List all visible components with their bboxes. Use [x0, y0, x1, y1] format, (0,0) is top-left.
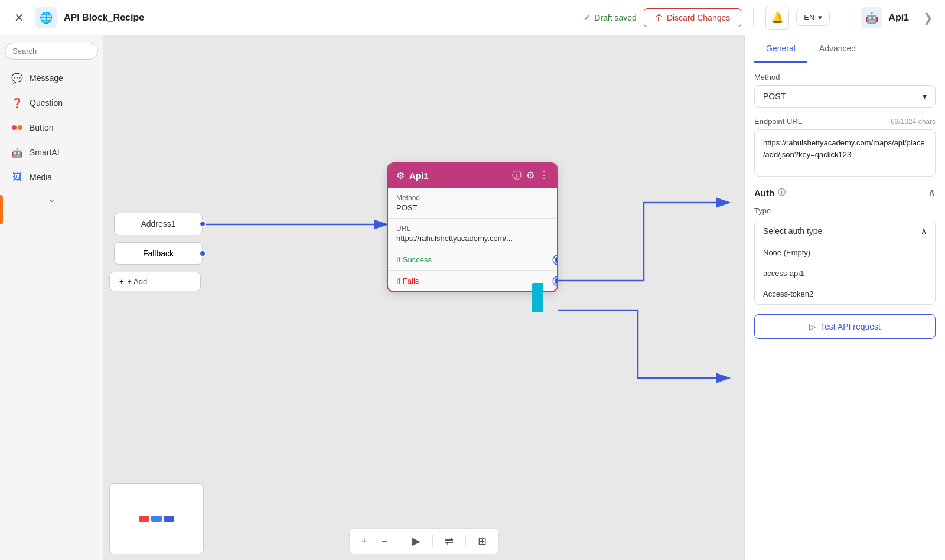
canvas-area[interactable]: Address1 Fallback + + Add ⚙ Api1 ⓘ ⚙ ⋮: [103, 35, 744, 560]
api-node-icon: ⚙: [396, 170, 405, 181]
api-node[interactable]: ⚙ Api1 ⓘ ⚙ ⋮ Method POST URL https://rah…: [387, 162, 558, 292]
language-button[interactable]: EN ▾: [796, 9, 830, 26]
bell-icon: 🔔: [771, 11, 784, 24]
method-select-value: POST: [763, 92, 786, 101]
endpoint-field: Endpoint URL 69/1024 chars https://rahul…: [754, 117, 936, 177]
media-icon: 🖼: [11, 171, 24, 184]
auth-title: Auth ⓘ: [754, 187, 786, 198]
alert-button[interactable]: 🔔: [765, 6, 789, 30]
method-field: Method POST ▾: [754, 73, 936, 108]
test-api-button[interactable]: ▷ Test API request: [754, 314, 936, 339]
auth-section: Auth ⓘ ∧ Type Select auth type ∧: [754, 186, 936, 305]
method-field-label: Method: [754, 73, 936, 82]
map-button[interactable]: ⊞: [475, 532, 489, 550]
auth-option-none[interactable]: None (Empty): [755, 242, 935, 263]
sidebar-item-media[interactable]: 🖼 Media: [5, 166, 98, 188]
checkmark-icon: ✓: [584, 13, 591, 22]
endpoint-chars: 69/1024 chars: [891, 118, 936, 126]
search-input[interactable]: [5, 43, 98, 60]
address1-node[interactable]: Address1: [114, 213, 203, 235]
address1-label: Address1: [141, 219, 175, 229]
minimap-nodes: [139, 516, 174, 522]
api-header-icon: 🤖: [861, 7, 882, 28]
header: ✕ 🌐 API Block_Recipe ✓ Draft saved 🗑 Dis…: [0, 0, 945, 35]
chevron-down-icon: ▾: [818, 13, 822, 22]
tab-general[interactable]: General: [754, 35, 807, 63]
next-arrow-button[interactable]: ❯: [921, 8, 936, 27]
connections-svg: [103, 35, 744, 560]
auth-type-placeholder: Select auth type: [763, 226, 822, 236]
test-api-label: Test API request: [820, 322, 881, 331]
chevron-down-icon: ⌄: [48, 193, 56, 204]
right-panel-tabs: General Advanced: [745, 35, 945, 63]
sidebar-item-smartai[interactable]: 🤖 SmartAI: [5, 141, 98, 164]
auth-type-header[interactable]: Select auth type ∧: [755, 220, 935, 242]
button-icon: [11, 121, 24, 134]
sidebar-item-question[interactable]: ❓ Question: [5, 92, 98, 114]
main-layout: 💬 Message ❓ Question Button 🤖 SmartAI 🖼 …: [0, 35, 945, 560]
sidebar-item-label: SmartAI: [30, 148, 60, 157]
right-panel: General Advanced Method POST ▾ Endpoin: [744, 35, 945, 560]
api-node-title: Api1: [409, 171, 507, 181]
auth-section-header[interactable]: Auth ⓘ ∧: [754, 186, 936, 199]
discard-changes-button[interactable]: 🗑 Discard Changes: [644, 8, 741, 27]
fails-connector: [553, 277, 558, 285]
smartai-icon: 🤖: [11, 146, 24, 159]
zoom-out-button[interactable]: −: [379, 533, 390, 550]
sidebar-item-button[interactable]: Button: [5, 116, 98, 139]
minimap-content: [110, 484, 203, 554]
play-icon: ▷: [809, 322, 816, 331]
auth-option-access-api1[interactable]: access-api1: [755, 263, 935, 284]
cyan-panel-toggle[interactable]: [532, 283, 543, 312]
sidebar-item-label: Message: [30, 73, 63, 83]
header-divider-2: [842, 8, 842, 27]
success-connector: [553, 256, 558, 264]
method-select[interactable]: POST ▾: [754, 85, 936, 108]
trash-icon: 🗑: [655, 13, 663, 22]
draft-saved-status: ✓ Draft saved: [584, 13, 637, 22]
sidebar: 💬 Message ❓ Question Button 🤖 SmartAI 🖼 …: [0, 35, 103, 560]
minimap-node-1: [139, 516, 149, 522]
endpoint-url-textarea[interactable]: https://rahulshettyacademy.com/maps/api/…: [754, 129, 936, 177]
chevron-up-icon: ∧: [928, 186, 936, 199]
method-label: Method: [396, 194, 549, 202]
auth-type-options: None (Empty) access-api1 Access-token2: [755, 242, 935, 304]
right-panel-body: Method POST ▾ Endpoint URL 69/1024 chars…: [745, 63, 945, 349]
url-label: URL: [396, 224, 549, 233]
info-icon[interactable]: ⓘ: [512, 170, 522, 182]
close-button[interactable]: ✕: [9, 8, 28, 27]
header-divider: [753, 8, 754, 27]
add-button[interactable]: + + Add: [109, 272, 201, 291]
endpoint-field-label: Endpoint URL 69/1024 chars: [754, 117, 936, 126]
minimap-node-3: [164, 516, 174, 522]
url-value: https://rahulshettyacademy.com/...: [396, 234, 549, 243]
plus-icon: +: [119, 277, 124, 286]
chevron-up-icon: ∧: [921, 226, 927, 236]
api-header-name: Api1: [888, 12, 909, 23]
zoom-in-button[interactable]: +: [359, 533, 370, 550]
play-button[interactable]: ▶: [410, 532, 423, 550]
auth-option-access-token2[interactable]: Access-token2: [755, 284, 935, 304]
sidebar-item-message[interactable]: 💬 Message: [5, 67, 98, 89]
auth-type-field: Type Select auth type ∧ None (Empty): [754, 206, 936, 305]
question-icon: ❓: [11, 96, 24, 109]
routes-button[interactable]: ⇌: [442, 532, 456, 550]
if-success-row: If Success: [388, 249, 557, 271]
if-success-label: If Success: [396, 255, 432, 264]
connector-right: [199, 250, 206, 257]
api-node-method-row: Method POST: [388, 188, 557, 219]
api-header-section: 🤖 Api1: [854, 7, 909, 28]
canvas-toolbar: + − ▶ ⇌ ⊞: [348, 528, 498, 554]
fallback-node[interactable]: Fallback: [114, 242, 203, 265]
sidebar-item-label: Media: [30, 172, 52, 182]
info-icon: ⓘ: [778, 187, 786, 198]
tab-advanced[interactable]: Advanced: [807, 35, 868, 63]
globe-icon: 🌐: [35, 7, 57, 28]
more-icon[interactable]: ⋮: [539, 170, 549, 182]
lang-label: EN: [804, 13, 814, 22]
sidebar-expand-button[interactable]: ⌄: [5, 191, 98, 207]
settings-icon[interactable]: ⚙: [526, 170, 535, 182]
connector-right: [199, 220, 206, 227]
api-node-url-row: URL https://rahulshettyacademy.com/...: [388, 219, 557, 249]
api-node-actions: ⓘ ⚙ ⋮: [512, 170, 549, 182]
